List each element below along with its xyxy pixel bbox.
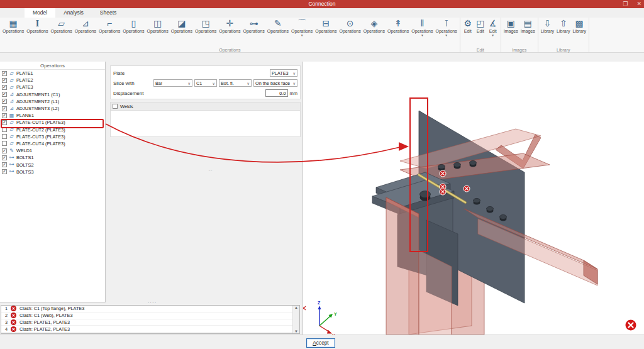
ribbon-button[interactable]: ⇧ Library	[555, 18, 571, 34]
ribbon-button[interactable]: I Operations	[25, 18, 49, 36]
item-checkbox[interactable]	[2, 134, 7, 139]
ribbon-button[interactable]: ⊿ Operations	[74, 18, 97, 36]
ribbon-button[interactable]: ⌒ Operations ▾	[290, 18, 314, 36]
tab-analysis[interactable]: Analysis	[55, 8, 92, 18]
slice-part-select[interactable]: Bot. fl. ∨	[219, 79, 252, 87]
ribbon-button[interactable]: ⊺ Operations ▾	[435, 18, 458, 36]
item-checkbox[interactable]: ✓	[2, 120, 7, 125]
item-checkbox[interactable]	[2, 127, 7, 132]
ribbon-button[interactable]: ◈ Operations	[362, 18, 386, 36]
operations-tree-item[interactable]: ✓ ▱ PLATE-CUT1 (PLATE3)	[0, 119, 105, 126]
item-checkbox[interactable]: ✓	[2, 169, 7, 174]
ribbon-button[interactable]: ▯ Operations	[121, 18, 145, 36]
clash-row[interactable]: 3 ✕ Clash: PLATE1, PLATE3	[1, 319, 299, 326]
item-checkbox[interactable]: ✓	[2, 71, 7, 76]
item-checkbox[interactable]: ✓	[2, 99, 7, 104]
ribbon-button[interactable]: ‖ Operations ▾	[410, 18, 434, 36]
ribbon-button[interactable]: ↟ Operations	[386, 18, 410, 36]
operations-tree-item[interactable]: ✓ ▦ PLANE1	[0, 112, 105, 119]
operations-tree-item[interactable]: ✓ ⊿ ADJUSTMENT1 (C1)	[0, 91, 105, 98]
ribbon-button[interactable]: ◰ Edit	[474, 18, 487, 36]
ribbon-button[interactable]: ⇩ Library	[540, 18, 555, 34]
chevron-down-icon: ∨	[293, 71, 296, 75]
clash-row[interactable]: 4 ✕ Clash: PLATE2, PLATE3	[1, 326, 299, 333]
connection-3d-view[interactable]: Z Y X	[303, 62, 644, 335]
plate-select[interactable]: PLATE3 ∨	[270, 69, 297, 77]
ribbon-button-icon: ⇩	[544, 18, 552, 29]
axis-triad: Z Y X	[318, 301, 337, 335]
ribbon-button[interactable]: ◪ Operations	[170, 18, 194, 36]
ribbon-button[interactable]: ⊟ Operations	[314, 18, 338, 36]
ribbon-button-icon: ◫	[153, 18, 162, 29]
ribbon-button[interactable]: ▱ Operations	[50, 18, 74, 36]
operations-tree-item[interactable]: ▱ PLATE-CUT4 (PLATE3)	[0, 140, 105, 147]
operations-tree-item[interactable]: ✓ ▱ PLATE2	[0, 77, 105, 84]
item-checkbox[interactable]: ✓	[2, 148, 7, 153]
ribbon-button[interactable]: ◳ Operations	[194, 18, 218, 36]
operations-tree-item[interactable]: ✓ ✎ WELD1	[0, 147, 105, 154]
clash-marker[interactable]	[440, 170, 446, 177]
scroll-up-icon[interactable]: ▲	[294, 306, 298, 309]
clash-marker[interactable]	[440, 189, 446, 195]
ribbon-button-label: Library	[541, 29, 554, 34]
operations-tree-item[interactable]: ✓ ⊶ BOLTS1	[0, 154, 105, 161]
clash-list-scrollbar[interactable]: ▲ ▼	[292, 306, 299, 333]
ribbon-button[interactable]: ✎ Operations	[266, 18, 290, 36]
item-checkbox[interactable]: ✓	[2, 85, 7, 90]
item-checkbox[interactable]	[2, 141, 7, 146]
ribbon-button[interactable]: ∡ Edit ▾	[487, 18, 499, 36]
slice-type-select[interactable]: Bar ∨	[153, 79, 192, 87]
operations-tree-item[interactable]: ✓ ⊿ ADJUSTMENT2 (L1)	[0, 98, 105, 105]
ribbon-group: ⇩ Library ⇧ Library ▩ Library Library	[538, 18, 589, 52]
ribbon-button[interactable]: ⚙ Edit	[462, 18, 474, 36]
item-checkbox[interactable]: ✓	[2, 155, 7, 160]
displacement-input[interactable]: 0.0	[265, 89, 288, 97]
clash-marker[interactable]	[464, 186, 470, 192]
item-checkbox[interactable]: ✓	[2, 162, 7, 167]
slice-face-select[interactable]: On the back face ∨	[253, 79, 297, 87]
clash-row[interactable]: 2 ✕ Clash: C1 (Web), PLATE3	[1, 313, 299, 319]
operations-tree-item[interactable]: ▱ PLATE-CUT3 (PLATE3)	[0, 133, 105, 140]
dismiss-clash-button[interactable]	[626, 320, 636, 331]
ribbon-button[interactable]: ▤ Images	[519, 18, 536, 34]
operations-tree-item[interactable]: ▱ PLATE-CUT2 (PLATE3)	[0, 126, 105, 133]
window-title: Connection	[0, 1, 644, 7]
ribbon-button[interactable]: ⊶ Operations	[242, 18, 266, 36]
item-checkbox[interactable]: ✓	[2, 106, 7, 111]
ribbon-button[interactable]: ⌐ Operations	[97, 18, 121, 36]
ribbon-button-icon: ⊿	[82, 18, 89, 29]
operations-tree-item[interactable]: ✓ ⊿ ADJUSTMENT3 (L2)	[0, 105, 105, 112]
ribbon-button-icon: ▱	[58, 18, 65, 29]
clash-row[interactable]: 1 ✕ Clash: C1 (Top flange), PLATE3	[1, 306, 299, 313]
operations-tree-item[interactable]: ✓ ▱ PLATE1	[0, 70, 105, 77]
ribbon-button[interactable]: ⊙ Operations	[338, 18, 362, 36]
operations-tree-item[interactable]: ✓ ⊶ BOLTS2	[0, 161, 105, 168]
slice-member-select[interactable]: C1 ∨	[194, 79, 217, 87]
ribbon-button[interactable]: ▦ Operations	[1, 18, 25, 36]
viewport-3d[interactable]: Z Y X	[303, 62, 644, 335]
operations-tree-item[interactable]: ✓ ▱ PLATE3	[0, 84, 105, 91]
close-window-button[interactable]: ✕	[636, 0, 641, 8]
operations-tree-item[interactable]: ✓ ⊶ BOLTS3	[0, 169, 105, 175]
item-label: PLATE-CUT1 (PLATE3)	[16, 119, 65, 125]
error-icon: ✕	[11, 326, 16, 332]
dropdown-arrow-icon: ▾	[445, 34, 447, 36]
tab-sheets[interactable]: Sheets	[92, 8, 125, 18]
item-checkbox[interactable]: ✓	[2, 92, 7, 97]
panel-splitter-vertical[interactable]: ⁞	[208, 170, 213, 171]
ribbon-button[interactable]: ▩ Library	[572, 18, 587, 34]
accept-button[interactable]: Accept	[306, 338, 335, 348]
plate-label: Plate	[113, 70, 268, 76]
tab-model[interactable]: Model	[25, 8, 55, 18]
ribbon-button[interactable]: ▣ Images	[502, 18, 519, 34]
restore-window-button[interactable]: ❐	[623, 0, 628, 8]
ribbon-button[interactable]: ◫ Operations	[146, 18, 170, 36]
scroll-down-icon[interactable]: ▼	[294, 330, 298, 333]
welds-group: Welds	[110, 102, 301, 137]
welds-checkbox[interactable]	[113, 104, 118, 109]
ribbon-button-label: Operations	[51, 29, 72, 34]
error-icon: ✕	[11, 319, 16, 325]
item-checkbox[interactable]: ✓	[2, 113, 7, 118]
ribbon-button[interactable]: ✛ Operations	[218, 18, 242, 36]
item-checkbox[interactable]: ✓	[2, 78, 7, 83]
